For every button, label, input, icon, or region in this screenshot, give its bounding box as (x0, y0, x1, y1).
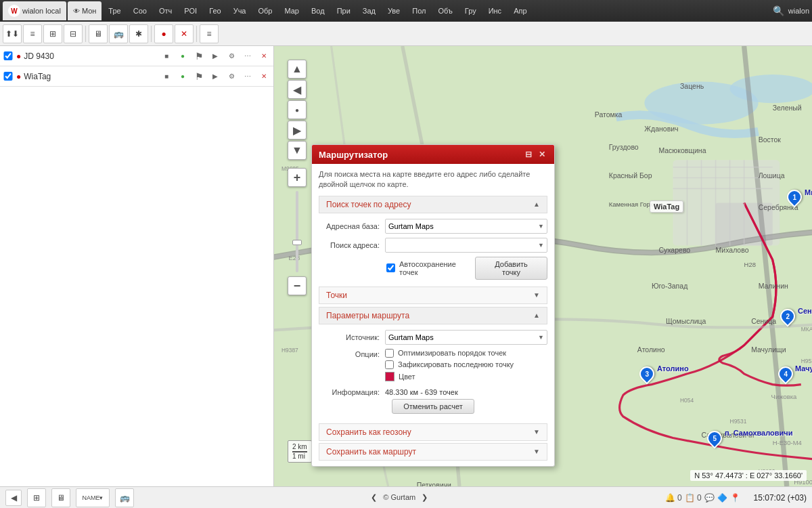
bottom-grid-btn[interactable]: ⊞ (27, 488, 46, 507)
vehicle-2-action-4[interactable]: ▶ (208, 70, 222, 83)
section-params-header[interactable]: Параметры маршрута ▲ (319, 307, 547, 324)
tab-poi[interactable]: POI (179, 1, 202, 20)
search-icon[interactable]: 🔍 (773, 5, 784, 16)
color-swatch[interactable] (385, 372, 394, 381)
vehicle-1-action-5[interactable]: ⚙ (225, 49, 238, 63)
option1-label[interactable]: Оптимизировать порядок точек (398, 349, 506, 357)
option1-checkbox[interactable] (385, 349, 394, 358)
vehicle-2-action-1[interactable]: ■ (160, 70, 173, 83)
vehicle-2-checkbox[interactable] (3, 72, 14, 81)
tab-participants[interactable]: Уча (228, 1, 252, 20)
vehicle-1-checkbox[interactable] (3, 51, 14, 60)
autosave-checkbox[interactable] (386, 263, 395, 272)
section-points-header[interactable]: Точки ▼ (319, 287, 547, 304)
vehicle-1-action-2[interactable]: ● (176, 49, 189, 63)
source-select[interactable]: Gurtam Maps ▼ (385, 330, 547, 345)
tab-groups[interactable]: Гру (459, 1, 482, 20)
nav-left-btn[interactable]: ◀ (288, 80, 307, 99)
wiatag-label[interactable]: WiaTag (650, 200, 683, 213)
wialon-logo[interactable]: W wialon local (3, 1, 66, 20)
tab-routes[interactable]: Обр (252, 1, 277, 20)
autosave-label[interactable]: Автосохранение точек (399, 260, 471, 276)
tab-arrival[interactable]: При (332, 1, 356, 20)
close-button[interactable]: ✕ (175, 24, 194, 43)
section-address-label: Поиск точек по адресу (326, 200, 411, 209)
vehicle-1-action-1[interactable]: ■ (160, 49, 173, 63)
bottom-monitor-btn[interactable]: 🖥 (51, 488, 70, 507)
nav-center-btn[interactable]: ● (288, 100, 307, 119)
zoom-out-btn[interactable]: − (288, 276, 307, 295)
option2-checkbox[interactable] (385, 360, 394, 369)
bottom-icon-4[interactable]: 🔷 (717, 493, 727, 503)
tab-map[interactable]: Мар (279, 1, 304, 20)
nav-down-btn[interactable]: ▼ (288, 141, 307, 160)
route-marker-1-num: 1 (792, 194, 796, 201)
monitor-button[interactable]: 🖥 (89, 24, 108, 43)
address-base-select[interactable]: Gurtam Maps ▼ (385, 219, 547, 234)
info-row: Информация: 48.330 км - 639 точек (319, 388, 547, 396)
vehicle-1-close[interactable]: ✕ (257, 49, 271, 63)
tab-objects[interactable]: Объ (432, 1, 457, 20)
vehicle-2-action-2[interactable]: ● (176, 70, 189, 83)
zoom-slider-thumb[interactable] (292, 240, 302, 245)
remove-button[interactable]: ⊟ (64, 24, 83, 43)
tab-coo[interactable]: Соо (128, 1, 152, 20)
tab-zoom[interactable]: Уве (382, 1, 405, 20)
zoom-in-btn[interactable]: + (288, 168, 307, 187)
vehicle-1-action-3[interactable]: ⚑ (192, 49, 206, 63)
vehicle-1-action-4[interactable]: ▶ (208, 49, 222, 63)
menu-button[interactable]: ≡ (200, 24, 219, 43)
bottom-truck-btn[interactable]: 🚌 (115, 488, 134, 507)
dialog-close-btn[interactable]: ✕ (537, 149, 547, 160)
address-search-input[interactable]: ▼ (385, 238, 547, 253)
bottom-icon-3[interactable]: 💬 (704, 493, 715, 503)
vehicle-row-2[interactable]: ● WiaTag ■ ● ⚑ ▶ ⚙ ⋯ ✕ (0, 66, 273, 87)
address-search-field[interactable] (388, 241, 538, 249)
tab-tasks[interactable]: Зад (357, 1, 381, 20)
nav-up-btn[interactable]: ▲ (288, 60, 307, 79)
dialog-restore-btn[interactable]: ⊟ (523, 149, 534, 160)
bottom-icon-2[interactable]: 📋 0 (685, 493, 702, 503)
option2-label[interactable]: Зафиксировать последнюю точку (398, 360, 514, 368)
vehicle-2-action-3[interactable]: ⚑ (192, 70, 206, 83)
cancel-calc-btn[interactable]: Отменить расчет (392, 399, 474, 414)
star-button[interactable]: ✱ (129, 24, 148, 43)
copyright-arrow-right[interactable]: ❯ (422, 493, 428, 501)
section-address-header[interactable]: Поиск точек по адресу ▲ (319, 196, 547, 213)
svg-text:Малинин: Малинин (759, 282, 788, 290)
tab-drivers[interactable]: Вод (306, 1, 330, 20)
vehicle-2-action-5[interactable]: ⚙ (225, 70, 238, 83)
user-label[interactable]: wialon (788, 7, 809, 15)
add-point-btn[interactable]: Добавить точку (475, 257, 547, 280)
tab-users[interactable]: Пол (407, 1, 431, 20)
tab-reports[interactable]: Отч (154, 1, 177, 20)
section-save-geo-header[interactable]: Сохранить как геозону ▼ (319, 423, 547, 441)
vehicle-1-action-6[interactable]: ⋯ (241, 49, 254, 63)
vehicle-2-close[interactable]: ✕ (257, 70, 271, 83)
zoom-slider-track[interactable] (296, 191, 298, 272)
tab-instruments[interactable]: Инс (483, 1, 507, 20)
bottom-label-btn[interactable]: NAME▾ (76, 488, 110, 507)
tab-monitoring[interactable]: 👁 Мон (68, 1, 102, 20)
tab-map-label: Мар (284, 7, 299, 15)
tab-geo[interactable]: Гео (204, 1, 226, 20)
tab-apps[interactable]: Апр (508, 1, 532, 20)
map-area[interactable]: H28 P1 M9695 M9605 E28 МКАД H9531 H9531 … (274, 46, 812, 486)
section-save-route-header[interactable]: Сохранить как маршрут ▼ (319, 443, 547, 461)
copyright-arrow-left[interactable]: ❮ (371, 493, 377, 501)
bottom-icon-1[interactable]: 🔔 0 (665, 493, 682, 503)
list-button[interactable]: ≡ (23, 24, 42, 43)
add-button[interactable]: ⊞ (43, 24, 62, 43)
sort-button[interactable]: ⬆⬇ (3, 24, 22, 43)
bus-button[interactable]: 🚌 (109, 24, 128, 43)
toolbar-right: 🔍 wialon (773, 5, 809, 16)
vehicle-2-action-6[interactable]: ⋯ (241, 70, 254, 83)
dot-red-button[interactable]: ● (154, 24, 173, 43)
tab-tracks[interactable]: Тре (103, 1, 126, 20)
vehicle-row-1[interactable]: ● JD 9430 ■ ● ⚑ ▶ ⚙ ⋯ ✕ (0, 46, 273, 66)
bottom-time: 15:07:02 (+03) (754, 493, 807, 503)
nav-prev-btn[interactable]: ◀ (5, 490, 22, 506)
bottom-icon-5[interactable]: 📍 (730, 493, 740, 503)
route-dialog-header[interactable]: Маршрутизатор ⊟ ✕ (312, 145, 554, 164)
nav-right-btn[interactable]: ▶ (288, 121, 307, 140)
